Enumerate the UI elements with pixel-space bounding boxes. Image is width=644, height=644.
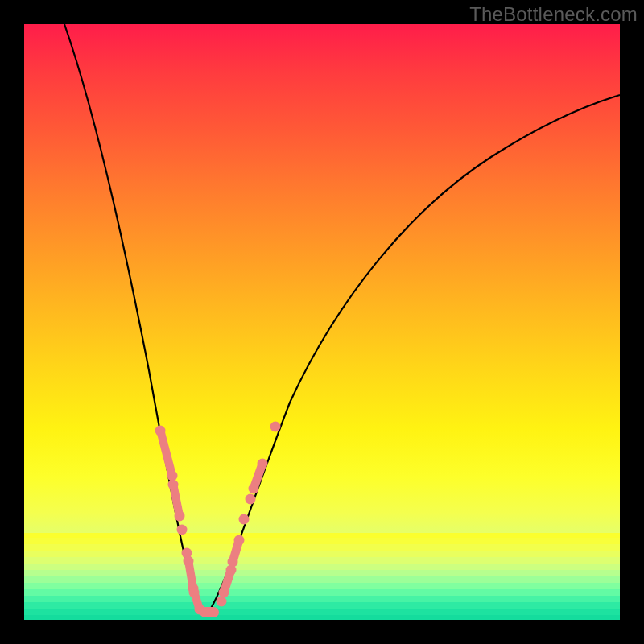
chart-frame: TheBottleneck.com bbox=[0, 0, 644, 644]
marker-dot bbox=[246, 494, 256, 505]
marker-cap bbox=[219, 588, 229, 598]
plot-area bbox=[24, 24, 620, 620]
marker-cap bbox=[258, 459, 268, 469]
left-branch bbox=[64, 24, 211, 613]
marker-capsule bbox=[156, 429, 176, 477]
marker-cap bbox=[249, 484, 259, 494]
right-branch bbox=[208, 95, 620, 613]
marker-cap bbox=[189, 588, 200, 598]
marker-dot bbox=[177, 525, 188, 535]
marker-dot bbox=[239, 514, 250, 525]
watermark-text: TheBottleneck.com bbox=[469, 3, 638, 26]
marker-dot bbox=[217, 597, 227, 607]
marker-cap bbox=[175, 511, 185, 522]
marker-cap bbox=[168, 480, 179, 490]
marker-capsule bbox=[200, 607, 219, 617]
marker-dot bbox=[270, 422, 281, 432]
marker-cap bbox=[184, 556, 194, 567]
markers-group bbox=[155, 422, 281, 618]
marker-cap bbox=[167, 471, 178, 481]
marker-cap bbox=[155, 426, 166, 436]
marker-cap bbox=[234, 535, 245, 546]
curve-svg bbox=[24, 24, 620, 620]
marker-cap bbox=[228, 557, 238, 568]
